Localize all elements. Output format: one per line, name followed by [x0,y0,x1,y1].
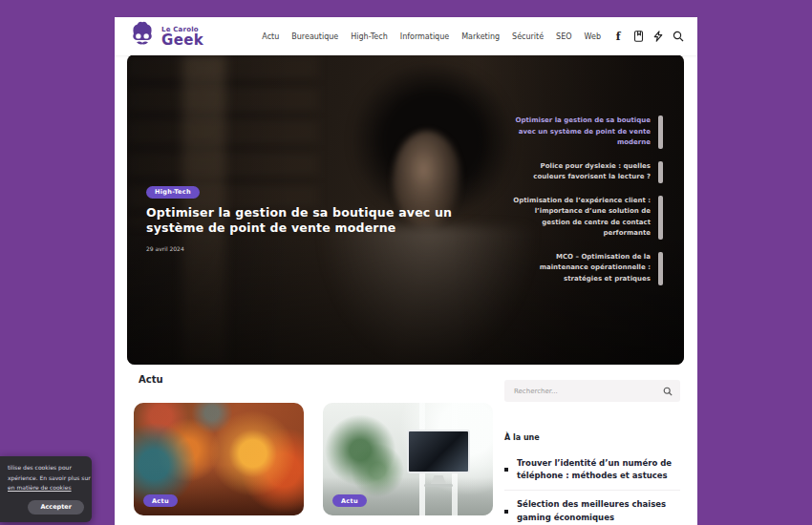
hero-carousel-item-label: Optimisation de l’expérience client : l’… [508,196,651,240]
header-icons: f [612,31,684,42]
search-box [504,380,680,402]
nav-item-bureautique[interactable]: Bureautique [291,32,338,41]
hero-carousel-item[interactable]: MCO – Optimisation de la maintenance opé… [508,252,663,285]
carousel-progress-bar [658,196,663,240]
desktop-background: { "colors": { "background_purple": "#733… [0,0,812,525]
article-card[interactable]: Actu [134,403,304,515]
hero-carousel-nav: Optimiser la gestion de sa boutique avec… [508,116,663,285]
nav-item-actu[interactable]: Actu [262,32,279,41]
imac-base-shape [424,484,453,487]
nav-item-web[interactable]: Web [585,32,601,41]
card-category-badge[interactable]: Actu [332,494,367,507]
nav-item-informatique[interactable]: Informatique [400,32,449,41]
featured-list-item[interactable]: Sélection des meilleures chaises gaming … [504,491,680,525]
cookie-accept-button[interactable]: Accepter [28,500,84,514]
search-input[interactable] [512,387,663,396]
carousel-progress-bar [658,161,663,183]
featured-list: Trouver l’identité d’un numéro de téléph… [504,450,680,525]
cookie-consent-banner: tilise des cookies pour xpérience. En sa… [0,456,92,522]
sidebar-heading: À la une [504,433,680,442]
hero-slider: High-Tech Optimiser la gestion de sa bou… [127,54,684,365]
site-header: Le Carolo Geek Actu Bureautique High-Tec… [115,17,697,55]
featured-list-item[interactable]: Trouver l’identité d’un numéro de téléph… [504,450,680,491]
site-logo[interactable]: Le Carolo Geek [128,20,203,52]
article-card-image-livingroom: Actu [134,403,304,515]
hero-carousel-item[interactable]: Optimisation de l’expérience client : l’… [508,196,663,240]
square-bullet-icon [504,510,508,514]
cookie-policy-link[interactable]: en matière de cookies [8,484,72,491]
hero-carousel-item-label: MCO – Optimisation de la maintenance opé… [508,252,651,285]
hero-title[interactable]: Optimiser la gestion de sa boutique avec… [146,205,500,238]
nav-item-seo[interactable]: SEO [556,32,571,41]
address-book-icon[interactable] [632,31,644,42]
hero-carousel-item-label: Optimiser la gestion de sa boutique avec… [508,116,651,149]
search-submit-icon[interactable] [663,387,673,396]
facebook-icon[interactable]: f [612,31,624,42]
nav-item-securite[interactable]: Sécurité [512,32,544,41]
featured-item-title: Sélection des meilleures chaises gaming … [517,498,680,523]
square-bullet-icon [504,468,508,472]
hero-date: 29 avril 2024 [146,245,500,252]
nav-item-marketing[interactable]: Marketing [461,32,500,41]
carousel-progress-bar [658,116,663,149]
featured-sidebar: À la une Trouver l’identité d’un numéro … [504,433,680,525]
main-nav: Actu Bureautique High-Tech Informatique … [262,32,601,41]
hero-category-badge[interactable]: High-Tech [146,186,200,199]
cookie-text-line: xpérience. En savoir plus sur [8,473,84,484]
carousel-progress-bar [658,252,663,285]
article-card-image-desk: Actu [323,403,493,515]
section-heading-actu: Actu [139,374,163,385]
hero-caption: High-Tech Optimiser la gestion de sa bou… [146,179,500,252]
geek-face-icon [128,20,157,52]
bolt-icon[interactable] [652,31,664,42]
hero-carousel-item[interactable]: Optimiser la gestion de sa boutique avec… [508,116,663,149]
card-category-badge[interactable]: Actu [143,494,178,507]
search-icon[interactable] [673,31,684,42]
cookie-text-line: tilise des cookies pour [8,463,84,473]
nav-item-high-tech[interactable]: High-Tech [351,32,387,41]
featured-item-title: Trouver l’identité d’un numéro de téléph… [517,457,680,482]
hero-carousel-item[interactable]: Police pour dyslexie : quelles couleurs … [508,161,663,183]
logo-bottom-line: Geek [161,33,203,47]
hero-carousel-item-label: Police pour dyslexie : quelles couleurs … [508,161,651,183]
imac-stand-shape [431,475,446,484]
imac-screen-shape [407,430,470,473]
site-page: Le Carolo Geek Actu Bureautique High-Tec… [115,17,697,525]
logo-text: Le Carolo Geek [161,26,203,47]
article-card[interactable]: Actu [323,403,493,515]
